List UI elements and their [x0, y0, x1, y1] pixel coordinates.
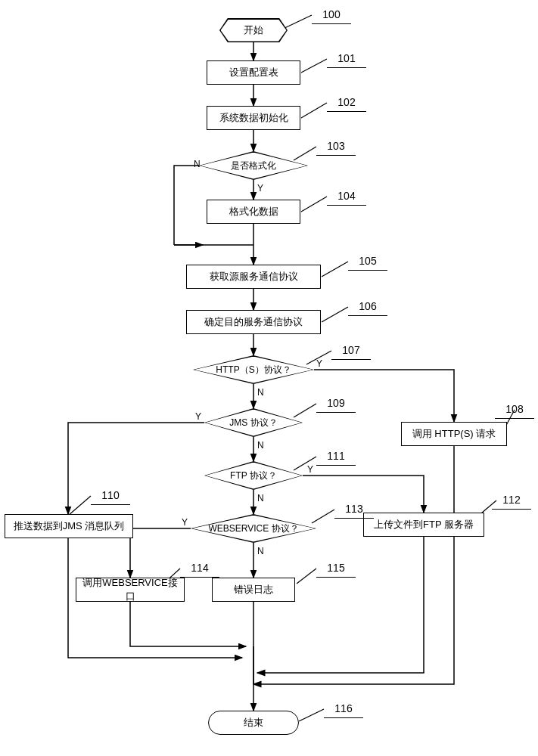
label-n-109: N — [257, 440, 264, 451]
callout-102: 102 — [327, 92, 366, 112]
callout-109: 109 — [316, 393, 356, 413]
node-get-src-protocol: 获取源服务通信协议 — [186, 265, 321, 289]
callout-100: 100 — [312, 5, 351, 24]
label-n-103: N — [194, 159, 201, 169]
svg-line-29 — [297, 569, 316, 584]
node-init-data: 系统数据初始化 — [207, 106, 300, 130]
callout-101: 101 — [327, 48, 366, 68]
callout-110: 110 — [91, 485, 130, 505]
svg-line-18 — [301, 197, 327, 212]
node-jms-decision: JMS 协议？ — [204, 408, 303, 437]
callout-103: 103 — [316, 136, 356, 156]
svg-line-23 — [294, 404, 316, 417]
label-y-107: Y — [316, 358, 322, 369]
callout-108: 108 — [495, 399, 534, 419]
callout-112: 112 — [492, 490, 531, 510]
svg-line-20 — [322, 307, 348, 322]
node-format-data: 格式化数据 — [207, 200, 300, 224]
node-call-http: 调用 HTTP(S) 请求 — [401, 422, 507, 446]
label-y-103: Y — [257, 183, 263, 194]
callout-116: 116 — [324, 699, 363, 718]
svg-line-24 — [68, 496, 91, 516]
svg-line-16 — [301, 103, 327, 118]
start-label: 开始 — [221, 20, 287, 42]
callout-114: 114 — [180, 558, 219, 578]
callout-106: 106 — [348, 296, 387, 316]
node-call-ws: 调用WEBSERVICE接口 — [76, 578, 185, 602]
callout-104: 104 — [327, 186, 366, 206]
node-ws-decision: WEBSERVICE 协议？ — [191, 514, 316, 543]
svg-line-15 — [301, 59, 327, 73]
svg-line-30 — [299, 709, 324, 721]
node-ftp-decision: FTP 协议？ — [204, 461, 303, 490]
callout-113: 113 — [334, 499, 374, 519]
node-upload-ftp: 上传文件到FTP 服务器 — [363, 513, 484, 537]
callout-115: 115 — [316, 558, 356, 578]
node-is-format: 是否格式化 — [199, 151, 308, 180]
callout-105: 105 — [348, 251, 387, 271]
svg-line-17 — [294, 147, 316, 160]
node-http-decision: HTTP（S）协议？ — [193, 355, 314, 384]
label-n-113: N — [257, 546, 264, 556]
label-n-111: N — [257, 493, 264, 503]
label-y-109: Y — [195, 411, 201, 422]
label-y-111: Y — [307, 464, 313, 475]
node-det-dest-protocol: 确定目的服务通信协议 — [186, 310, 321, 334]
callout-107: 107 — [331, 340, 371, 360]
node-push-jms: 推送数据到JMS 消息队列 — [5, 514, 133, 538]
node-set-config: 设置配置表 — [207, 60, 300, 85]
label-y-113: Y — [182, 517, 188, 528]
node-start: 开始 — [219, 18, 288, 42]
callout-111: 111 — [316, 446, 356, 466]
node-error-log: 错误日志 — [212, 578, 295, 602]
svg-line-27 — [312, 510, 334, 523]
node-end: 结束 — [208, 711, 299, 735]
svg-line-19 — [322, 262, 348, 277]
label-n-107: N — [257, 387, 264, 398]
